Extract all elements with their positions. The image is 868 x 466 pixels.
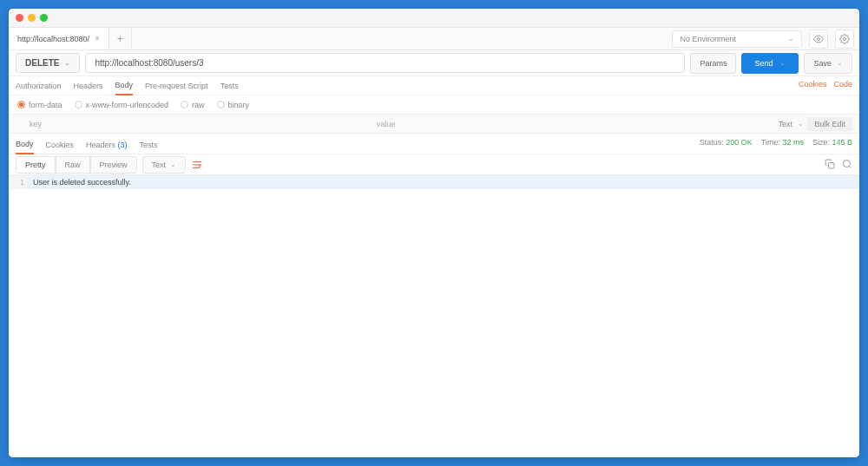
chevron-down-icon[interactable]: ⌄ bbox=[837, 59, 843, 67]
save-label: Save bbox=[813, 59, 832, 68]
request-tab[interactable]: http://localhost:8080/ × bbox=[9, 28, 109, 49]
close-tab-icon[interactable]: × bbox=[95, 34, 100, 43]
save-button[interactable]: Save ⌄ bbox=[804, 53, 852, 74]
svg-point-1 bbox=[844, 37, 846, 40]
response-body[interactable]: 1 User is deleted successfully. bbox=[9, 175, 859, 457]
cookies-link[interactable]: Cookies bbox=[799, 80, 827, 89]
kv-value-header: value bbox=[377, 120, 838, 128]
method-label: DELETE bbox=[25, 58, 59, 68]
time-block: Time: 32 ms bbox=[761, 138, 804, 147]
send-button[interactable]: Send ⌄ bbox=[741, 53, 799, 74]
tab-body[interactable]: Body bbox=[115, 81, 134, 95]
tab-headers[interactable]: Headers bbox=[74, 82, 103, 95]
env-label: No Environment bbox=[680, 35, 736, 43]
status-block: Status: 200 OK bbox=[700, 138, 753, 147]
chevron-down-icon: ⌄ bbox=[64, 59, 70, 67]
chevron-down-icon: ⌄ bbox=[170, 161, 176, 168]
radio-off-icon bbox=[181, 101, 188, 108]
close-icon[interactable] bbox=[16, 14, 23, 22]
maximize-icon[interactable] bbox=[40, 14, 48, 22]
tab-authorization[interactable]: Authorization bbox=[16, 82, 62, 95]
copy-icon[interactable] bbox=[825, 157, 835, 173]
body-mode-urlencoded[interactable]: x-www-form-urlencoded bbox=[75, 101, 169, 109]
radio-off-icon bbox=[75, 101, 82, 108]
params-button[interactable]: Params bbox=[690, 53, 736, 74]
size-block: Size: 145 B bbox=[812, 138, 852, 147]
bulk-edit-button[interactable]: Bulk Edit bbox=[807, 117, 852, 131]
send-label: Send bbox=[754, 59, 773, 68]
svg-point-5 bbox=[844, 160, 851, 167]
method-select[interactable]: DELETE ⌄ bbox=[16, 53, 80, 73]
radio-on-icon bbox=[17, 101, 25, 108]
view-pretty[interactable]: Pretty bbox=[16, 156, 56, 174]
chevron-down-icon: ⌄ bbox=[788, 35, 794, 43]
gear-icon[interactable] bbox=[835, 30, 854, 49]
chevron-down-icon: ⌄ bbox=[798, 120, 804, 128]
new-tab-button[interactable]: + bbox=[109, 28, 132, 49]
url-input[interactable]: http://localhost:8080/users/3 bbox=[85, 53, 685, 73]
code-link[interactable]: Code bbox=[833, 80, 852, 89]
tab-prerequest[interactable]: Pre-request Script bbox=[145, 82, 208, 95]
resp-tab-body[interactable]: Body bbox=[16, 140, 34, 154]
format-select[interactable]: Text⌄ bbox=[142, 156, 187, 174]
wrap-lines-icon[interactable] bbox=[191, 159, 203, 171]
response-line: 1 User is deleted successfully. bbox=[9, 175, 859, 189]
view-raw[interactable]: Raw bbox=[56, 156, 90, 174]
resp-tab-headers[interactable]: Headers (3) bbox=[86, 141, 128, 154]
kv-type-select[interactable]: Text⌄ bbox=[778, 120, 804, 128]
radio-off-icon bbox=[217, 101, 225, 108]
environment-select[interactable]: No Environment ⌄ bbox=[672, 30, 802, 48]
body-mode-binary[interactable]: binary bbox=[217, 101, 250, 109]
body-mode-formdata[interactable]: form-data bbox=[17, 101, 62, 109]
minimize-icon[interactable] bbox=[28, 14, 36, 22]
chevron-down-icon[interactable]: ⌄ bbox=[779, 59, 786, 67]
resp-tab-cookies[interactable]: Cookies bbox=[46, 141, 75, 154]
response-text: User is deleted successfully. bbox=[28, 175, 859, 189]
body-mode-raw[interactable]: raw bbox=[181, 101, 205, 109]
tab-title: http://localhost:8080/ bbox=[17, 35, 89, 43]
svg-line-6 bbox=[849, 166, 851, 167]
kv-key-header: key bbox=[30, 120, 377, 128]
view-preview[interactable]: Preview bbox=[90, 156, 137, 174]
tab-tests[interactable]: Tests bbox=[220, 82, 239, 95]
window-titlebar bbox=[9, 9, 859, 28]
svg-point-0 bbox=[818, 37, 820, 40]
svg-rect-4 bbox=[829, 162, 835, 168]
resp-tab-tests[interactable]: Tests bbox=[140, 141, 158, 154]
search-icon[interactable] bbox=[842, 157, 852, 173]
eye-icon[interactable] bbox=[809, 30, 828, 49]
line-number: 1 bbox=[9, 175, 28, 189]
